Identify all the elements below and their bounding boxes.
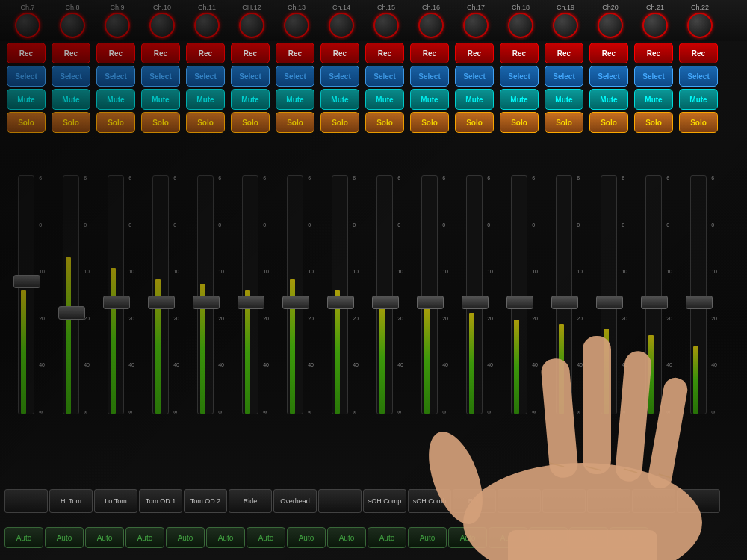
select-button-13[interactable]: Select <box>545 66 583 87</box>
select-button-8[interactable]: Select <box>320 66 359 87</box>
fader-track-9[interactable] <box>376 175 393 414</box>
knob-6[interactable] <box>239 13 264 38</box>
auto-button-5[interactable]: Auto <box>166 527 205 548</box>
knob-12[interactable] <box>508 13 533 38</box>
fader-track-16[interactable] <box>690 175 707 414</box>
select-button-2[interactable]: Select <box>52 66 90 87</box>
rec-button-5[interactable]: Rec <box>186 43 225 63</box>
solo-button-11[interactable]: Solo <box>455 112 494 133</box>
fader-handle-8[interactable] <box>327 296 354 309</box>
rec-button-12[interactable]: Rec <box>500 43 539 63</box>
knob-2[interactable] <box>60 13 85 38</box>
fader-handle-9[interactable] <box>372 296 399 309</box>
fader-handle-6[interactable] <box>238 296 264 309</box>
fader-track-13[interactable] <box>556 175 572 414</box>
auto-button-2[interactable]: Auto <box>45 527 84 548</box>
fader-track-14[interactable] <box>601 175 617 414</box>
fader-track-7[interactable] <box>287 175 303 414</box>
auto-button-1[interactable]: Auto <box>4 527 43 548</box>
auto-button-14[interactable]: Auto <box>529 527 568 548</box>
mute-button-5[interactable]: Mute <box>186 89 225 110</box>
rec-button-10[interactable]: Rec <box>410 43 449 63</box>
select-button-16[interactable]: Select <box>679 66 718 87</box>
mute-button-12[interactable]: Mute <box>500 89 539 110</box>
auto-button-9[interactable]: Auto <box>327 527 366 548</box>
knob-4[interactable] <box>149 13 175 38</box>
solo-button-7[interactable]: Solo <box>276 112 314 133</box>
rec-button-14[interactable]: Rec <box>589 43 628 63</box>
auto-button-15[interactable]: Auto <box>569 527 608 548</box>
fader-handle-10[interactable] <box>417 296 444 309</box>
select-button-6[interactable]: Select <box>231 66 270 87</box>
select-button-1[interactable]: Select <box>7 66 46 87</box>
auto-button-3[interactable]: Auto <box>85 527 124 548</box>
select-button-14[interactable]: Select <box>589 66 628 87</box>
mute-button-3[interactable]: Mute <box>96 89 135 110</box>
solo-button-10[interactable]: Solo <box>410 112 449 133</box>
select-button-15[interactable]: Select <box>634 66 673 87</box>
rec-button-2[interactable]: Rec <box>52 43 90 63</box>
solo-button-5[interactable]: Solo <box>186 112 225 133</box>
fader-track-3[interactable] <box>108 175 124 414</box>
select-button-7[interactable]: Select <box>276 66 314 87</box>
fader-handle-15[interactable] <box>641 296 668 309</box>
mute-button-11[interactable]: Mute <box>455 89 494 110</box>
auto-button-10[interactable]: Auto <box>368 527 406 548</box>
fader-handle-7[interactable] <box>282 296 309 309</box>
select-button-12[interactable]: Select <box>500 66 539 87</box>
solo-button-3[interactable]: Solo <box>96 112 135 133</box>
select-button-5[interactable]: Select <box>186 66 225 87</box>
solo-button-15[interactable]: Solo <box>634 112 673 133</box>
mute-button-13[interactable]: Mute <box>545 89 583 110</box>
fader-handle-11[interactable] <box>462 296 489 309</box>
mute-button-14[interactable]: Mute <box>589 89 628 110</box>
select-button-10[interactable]: Select <box>410 66 449 87</box>
rec-button-15[interactable]: Rec <box>634 43 673 63</box>
knob-16[interactable] <box>687 13 713 38</box>
mute-button-8[interactable]: Mute <box>320 89 359 110</box>
fader-track-10[interactable] <box>421 175 438 414</box>
select-button-11[interactable]: Select <box>455 66 494 87</box>
fader-track-2[interactable] <box>63 175 79 414</box>
fader-track-5[interactable] <box>197 175 214 414</box>
fader-track-8[interactable] <box>332 175 348 414</box>
mute-button-16[interactable]: Mute <box>679 89 718 110</box>
solo-button-14[interactable]: Solo <box>589 112 628 133</box>
knob-11[interactable] <box>463 13 489 38</box>
rec-button-7[interactable]: Rec <box>276 43 314 63</box>
rec-button-4[interactable]: Rec <box>141 43 180 63</box>
knob-7[interactable] <box>284 13 309 38</box>
knob-10[interactable] <box>418 13 444 38</box>
knob-9[interactable] <box>374 13 399 38</box>
fader-track-4[interactable] <box>152 175 169 414</box>
fader-handle-14[interactable] <box>596 296 623 309</box>
solo-button-4[interactable]: Solo <box>141 112 180 133</box>
fader-handle-12[interactable] <box>506 296 533 309</box>
rec-button-9[interactable]: Rec <box>365 43 404 63</box>
rec-button-16[interactable]: Rec <box>679 43 718 63</box>
knob-1[interactable] <box>15 13 40 38</box>
auto-button-16[interactable]: Auto <box>610 527 648 548</box>
knob-13[interactable] <box>553 13 578 38</box>
fader-handle-5[interactable] <box>193 296 220 309</box>
solo-button-2[interactable]: Solo <box>52 112 90 133</box>
fader-handle-4[interactable] <box>148 296 175 309</box>
knob-15[interactable] <box>642 13 668 38</box>
rec-button-6[interactable]: Rec <box>231 43 270 63</box>
fader-track-12[interactable] <box>511 175 527 414</box>
select-button-3[interactable]: Select <box>96 66 135 87</box>
rec-button-13[interactable]: Rec <box>545 43 583 63</box>
auto-button-6[interactable]: Auto <box>206 527 245 548</box>
fader-handle-3[interactable] <box>103 296 130 309</box>
rec-button-11[interactable]: Rec <box>455 43 494 63</box>
mute-button-6[interactable]: Mute <box>231 89 270 110</box>
knob-5[interactable] <box>194 13 220 38</box>
solo-button-9[interactable]: Solo <box>365 112 404 133</box>
auto-button-13[interactable]: Auto <box>489 527 527 548</box>
rec-button-8[interactable]: Rec <box>320 43 359 63</box>
auto-button-4[interactable]: Auto <box>125 527 164 548</box>
fader-handle-1[interactable] <box>13 275 40 288</box>
solo-button-6[interactable]: Solo <box>231 112 270 133</box>
mute-button-10[interactable]: Mute <box>410 89 449 110</box>
mute-button-4[interactable]: Mute <box>141 89 180 110</box>
